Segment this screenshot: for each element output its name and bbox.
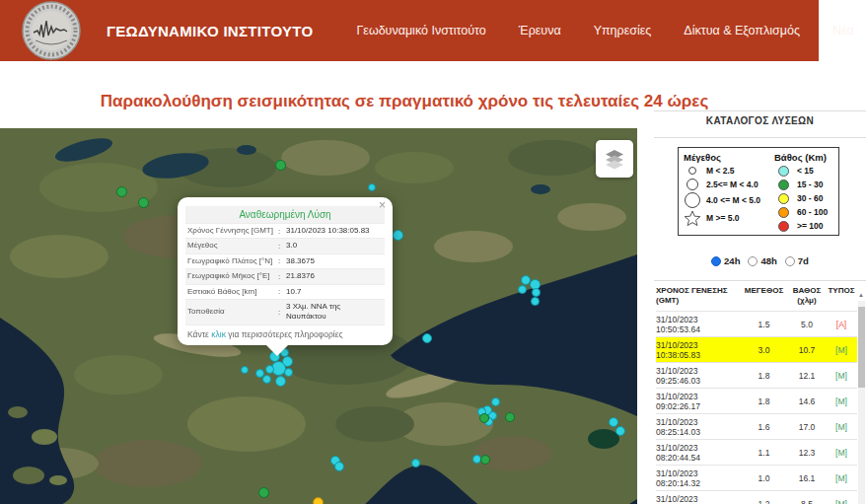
earthquake-marker[interactable] (518, 285, 527, 294)
legend-magnitude-title: Μέγεθος (684, 152, 774, 163)
depth-circle-icon (774, 193, 792, 204)
nav-item-4[interactable]: Νέα (832, 24, 854, 37)
solutions-table: ΧΡΟΝΟΣ ΓΕΝΕΣΗΣ (GMT) ΜΕΓΕΘΟΣ ΒΑΘΟΣ (χλμ)… (656, 284, 857, 504)
cell-origin-time: 31/10/2023 09:02:26.17 (656, 392, 742, 411)
legend-magnitude-label: 4.0 <= M < 5.0 (706, 195, 760, 205)
nav-item-2[interactable]: Υπηρεσίες (594, 24, 652, 37)
popup-row-label: Εστιακό Βάθος [km] (187, 287, 278, 297)
cell-magnitude: 1.5 (742, 320, 786, 329)
earthquake-marker[interactable] (393, 230, 403, 241)
cell-magnitude: 1.6 (742, 422, 786, 432)
cell-depth: 16.1 (786, 473, 828, 483)
earthquake-marker[interactable] (334, 462, 344, 471)
legend-depth-item: 15 - 30 (774, 178, 833, 191)
popup-footer-prefix: Κάντε (187, 329, 211, 339)
earthquake-marker[interactable] (138, 197, 149, 208)
popup-row-separator: : (278, 287, 286, 296)
legend-depth-label: < 15 (797, 166, 814, 176)
popup-row: Μέγεθος:3.0 (185, 238, 385, 252)
legend-magnitude-item: M >= 5.0 (684, 208, 774, 228)
cell-origin-time: 31/10/2023 08:20:44.54 (656, 443, 742, 463)
cell-magnitude: 1.0 (742, 473, 786, 483)
earthquake-marker[interactable] (258, 487, 269, 498)
scrollbar-thumb[interactable] (858, 307, 865, 388)
earthquake-marker[interactable] (532, 288, 541, 297)
layers-icon (603, 147, 626, 171)
cell-depth: 12.3 (786, 448, 828, 458)
table-scrollbar[interactable] (858, 301, 865, 504)
earthquake-marker[interactable] (241, 366, 249, 374)
legend-depth-label: 15 - 30 (797, 180, 823, 189)
earthquake-marker[interactable] (479, 413, 489, 423)
cell-magnitude: 1.1 (742, 448, 786, 458)
seismicity-map[interactable]: × Αναθεωρημένη Λύση Χρόνος Γέννησης [GMT… (0, 128, 637, 504)
popup-row: Γεωγραφικό Μήκος [°E]:21.8376 (185, 268, 385, 283)
earthquake-marker[interactable] (480, 455, 490, 465)
popup-row-label: Γεωγραφικό Πλάτος [°N] (187, 256, 278, 266)
earthquake-marker[interactable] (275, 376, 286, 387)
table-row[interactable]: 31/10/2023 09:02:26.171.814.6[M] (656, 388, 857, 413)
table-row[interactable]: 31/10/2023 10:38:05.833.010.7[M] (656, 336, 857, 362)
range-option-7d[interactable]: 7d (785, 255, 809, 266)
header-magnitude: ΜΕΓΕΘΟΣ (742, 286, 786, 306)
depth-circle-icon (774, 166, 792, 177)
earthquake-marker[interactable] (262, 375, 271, 384)
table-row[interactable]: 31/10/2023 08:20:14.321.016.1[M] (656, 465, 857, 490)
popup-row-value: 31/10/2023 10:38:05.83 (286, 226, 383, 236)
nav-item-1[interactable]: Έρευνα (519, 24, 561, 37)
cell-depth: 12.1 (786, 371, 828, 381)
divider (654, 280, 866, 281)
range-option-48h[interactable]: 48h (748, 255, 776, 266)
table-row[interactable]: 31/10/2023 07:48:03.291.28.5[M] (656, 490, 857, 504)
table-row[interactable]: 31/10/2023 10:50:53.641.55.0[A] (656, 311, 857, 336)
cell-type: [M] (828, 371, 855, 381)
earthquake-marker[interactable] (275, 160, 286, 171)
star-icon (684, 210, 701, 227)
depth-circle-icon (774, 180, 792, 190)
popup-row-value: 10.7 (286, 287, 383, 297)
navbar-menu: Γεωδυναμικό ΙνστιτούτοΈρευναΥπηρεσίεςΔίκ… (356, 24, 853, 37)
popup-more-info-link[interactable]: κλικ (211, 329, 226, 339)
divider (654, 137, 866, 138)
institute-logo[interactable] (22, 1, 81, 60)
popup-close-icon[interactable]: × (379, 199, 386, 211)
radio-icon[interactable] (711, 256, 721, 266)
earthquake-marker[interactable] (265, 365, 274, 374)
earthquake-marker[interactable] (491, 397, 500, 406)
table-row[interactable]: 31/10/2023 08:25:14.031.617.0[M] (656, 413, 857, 439)
earthquake-marker[interactable] (609, 417, 618, 427)
radio-icon[interactable] (748, 256, 758, 266)
earthquake-marker[interactable] (368, 183, 376, 191)
table-row[interactable]: 31/10/2023 08:20:44.541.112.3[M] (656, 439, 857, 465)
earthquake-popup: × Αναθεωρημένη Λύση Χρόνος Γέννησης [GMT… (178, 197, 393, 345)
popup-title: Αναθεωρημένη Λύση (185, 206, 385, 223)
popup-row-value: 3.0 (286, 241, 383, 251)
map-layers-control[interactable] (596, 140, 633, 178)
popup-row-separator: : (278, 227, 286, 236)
radio-icon[interactable] (785, 256, 795, 266)
earthquake-marker[interactable] (505, 412, 515, 422)
nav-item-3[interactable]: Δίκτυα & Εξοπλισμός (684, 24, 800, 37)
cell-origin-time: 31/10/2023 10:38:05.83 (656, 340, 742, 360)
popup-tail (266, 345, 288, 356)
institute-seal-icon (22, 1, 81, 60)
table-row[interactable]: 31/10/2023 09:25:46.031.812.1[M] (656, 362, 857, 388)
earthquake-marker[interactable] (615, 426, 625, 436)
range-option-label: 7d (798, 255, 809, 266)
earthquake-marker[interactable] (422, 333, 432, 343)
earthquake-marker[interactable] (531, 297, 540, 306)
legend-depth-label: 30 - 60 (797, 193, 823, 203)
range-option-label: 24h (724, 255, 740, 266)
scrollbar-up-icon[interactable]: ▲ (857, 291, 865, 299)
legend-depth-title: Βάθος (Km) (774, 152, 833, 163)
cell-origin-time: 31/10/2023 07:48:03.29 (656, 494, 742, 504)
popup-row-separator: : (278, 272, 286, 281)
earthquake-marker[interactable] (411, 459, 420, 468)
legend-depth-item: 60 - 100 (774, 205, 833, 219)
nav-item-0[interactable]: Γεωδυναμικό Ινστιτούτο (356, 24, 485, 37)
popup-row-label: Γεωγραφικό Μήκος [°E] (187, 271, 278, 281)
earthquake-marker[interactable] (284, 368, 293, 377)
range-option-24h[interactable]: 24h (711, 255, 740, 266)
earthquake-marker[interactable] (313, 497, 324, 504)
earthquake-marker[interactable] (116, 186, 127, 197)
